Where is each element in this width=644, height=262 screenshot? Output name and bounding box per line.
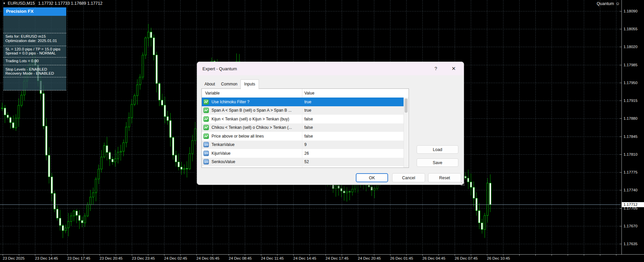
chart-glyph	[204, 134, 208, 138]
price-tick-label: 1.17845	[623, 135, 644, 139]
chart-glyph	[204, 108, 208, 112]
time-tick-label: 26 Dec 07:45	[455, 256, 478, 260]
value-cell[interactable]: 52	[302, 159, 404, 164]
time-tick-label: 23 Dec 23:45	[132, 256, 155, 260]
tab-about[interactable]: About	[201, 80, 218, 88]
table-row[interactable]: Chikou < Tenkan (sell) o Chikou > Tenkan…	[202, 123, 404, 132]
variable-cell: 123SenkouValue	[202, 158, 302, 166]
variable-cell: Kijun < Tenkan (sell) o Kijun > Tenkan (…	[202, 115, 302, 123]
save-button[interactable]: Save	[417, 158, 458, 167]
ok-button[interactable]: OK	[356, 173, 388, 182]
time-tick-label: 26 Dec 10:45	[487, 256, 510, 260]
column-header-variable[interactable]: Variable	[202, 89, 302, 98]
value-cell[interactable]: 9	[302, 142, 404, 147]
expert-advisor-label[interactable]: Quantum☺	[597, 1, 620, 6]
time-tick-label: 26 Dec 04:45	[422, 256, 445, 260]
price-tick-label: 1.18090	[623, 9, 644, 13]
variable-cell: Price above or below all lines	[202, 132, 302, 141]
variable-label: KijunValue	[212, 151, 230, 156]
time-tick-label: 24 Dec 05:45	[196, 256, 219, 260]
table-row[interactable]: Span A < Span B (sell) o Span A > Span B…	[202, 106, 404, 115]
input-type-icon	[203, 116, 209, 122]
dialog-tabbar: AboutCommonInputs	[201, 77, 259, 88]
input-type-icon	[203, 134, 209, 139]
panel-divider	[3, 57, 66, 58]
variable-label: Price above or below all lines	[212, 134, 264, 139]
table-row[interactable]: Use Ichimoku Filter ?true	[202, 98, 404, 106]
price-tick-label: 1.17635	[623, 242, 644, 246]
time-tick-label: 24 Dec 14:45	[293, 256, 316, 260]
input-type-icon	[203, 99, 209, 105]
variable-cell: Span A < Span B (sell) o Span A > Span B…	[202, 106, 302, 115]
resize-grip[interactable]	[461, 182, 462, 183]
value-cell[interactable]: false	[302, 134, 404, 139]
time-tick-label: 24 Dec 17:45	[326, 256, 348, 260]
variable-label: SenkouValue	[212, 159, 235, 164]
dialog-titlebar[interactable]: Expert - Quantum ? ✕	[197, 62, 464, 75]
chart-ohlc-header: ▼EURUSD,M151.17732 1.17733 1.17689 1.177…	[3, 1, 103, 6]
ea-name: Quantum	[597, 1, 614, 6]
expert-properties-dialog: Expert - Quantum ? ✕ AboutCommonInputs V…	[197, 62, 464, 185]
value-cell[interactable]: true	[302, 108, 404, 113]
collapse-arrow-icon[interactable]: ▼	[3, 2, 6, 5]
close-icon[interactable]: ✕	[444, 66, 464, 72]
variable-cell: 123KijunValue	[202, 149, 302, 158]
value-cell[interactable]: true	[302, 100, 404, 104]
variable-cell: Chikou < Tenkan (sell) o Chikou > Tenkan…	[202, 123, 302, 132]
input-type-icon: 123	[203, 159, 209, 164]
table-row[interactable]: Kijun < Tenkan (sell) o Kijun > Tenkan (…	[202, 115, 404, 123]
price-tick-label: 1.17670	[623, 224, 644, 228]
time-tick-label: 26 Dec 01:45	[390, 256, 413, 260]
column-header-value[interactable]: Value	[302, 91, 409, 96]
table-row[interactable]: 123SenkouValue52	[202, 158, 404, 166]
chart-glyph	[204, 117, 208, 121]
panel-divider	[3, 46, 66, 46]
panel-lots: Trading Lots = 0.00	[5, 59, 66, 63]
ea-panel-title: Precision FX	[3, 7, 66, 16]
value-cell[interactable]: false	[302, 125, 404, 130]
panel-divider	[3, 77, 66, 77]
table-row[interactable]: SellFab default Id1 trend filt1 H	[202, 166, 404, 168]
variable-label: TenkanValue	[212, 142, 235, 147]
price-tick-label: 1.17985	[623, 63, 644, 67]
price-tick-label: 1.17775	[623, 170, 644, 174]
table-row[interactable]: 123KijunValue26	[202, 149, 404, 158]
price-tick-label: 1.17880	[623, 116, 644, 120]
tab-inputs[interactable]: Inputs	[240, 79, 259, 89]
mt4-window: ▼EURUSD,M151.17732 1.17733 1.17689 1.177…	[0, 0, 644, 262]
load-button[interactable]: Load	[417, 145, 458, 154]
panel-divider	[3, 33, 66, 33]
cancel-button[interactable]: Cancel	[392, 173, 425, 182]
value-cell[interactable]: 26	[302, 151, 404, 156]
time-tick-label: 24 Dec 02:45	[164, 256, 187, 260]
ohlc-values: 1.17732 1.17733 1.17689 1.17712	[38, 1, 103, 6]
help-button[interactable]: ?	[428, 66, 444, 71]
tab-common[interactable]: Common	[218, 80, 240, 88]
variable-cell: Use Ichimoku Filter ?	[202, 98, 302, 106]
panel-spread: Spread = 0.0 pips - NORMAL	[5, 51, 66, 55]
table-row[interactable]: Price above or below all linesfalse	[202, 132, 404, 141]
scrollbar-thumb[interactable]	[405, 99, 408, 113]
time-tick-label: 24 Dec 20:45	[358, 256, 381, 260]
time-tick-label: 23 Dec 20:45	[100, 256, 122, 260]
panel-opt-date: Optimization date: 2025.01.01	[5, 39, 66, 43]
input-type-icon	[203, 125, 209, 130]
ea-smiley-icon: ☺	[615, 1, 620, 6]
time-tick-label: 23 Dec 2025	[3, 256, 25, 260]
dialog-title: Expert - Quantum	[202, 66, 428, 71]
current-price-label: 1.17712	[622, 202, 644, 207]
price-tick-label: 1.17810	[623, 152, 644, 156]
price-tick-label: 1.17950	[623, 81, 644, 85]
table-body: Use Ichimoku Filter ?trueSpan A < Span B…	[202, 98, 404, 168]
price-tick-label: 1.17740	[623, 188, 644, 192]
value-cell[interactable]: false	[302, 117, 404, 121]
table-header-row: Variable Value	[202, 89, 409, 98]
input-type-icon	[203, 108, 209, 113]
input-type-icon: 123	[203, 142, 209, 147]
variable-label: Use Ichimoku Filter ?	[212, 100, 250, 104]
variable-label: Span A < Span B (sell) o Span A > Span B…	[212, 108, 292, 113]
chart-glyph	[204, 125, 208, 129]
table-scrollbar[interactable]	[404, 98, 408, 167]
table-row[interactable]: 123TenkanValue9	[202, 141, 404, 149]
reset-button[interactable]: Reset	[428, 173, 461, 182]
